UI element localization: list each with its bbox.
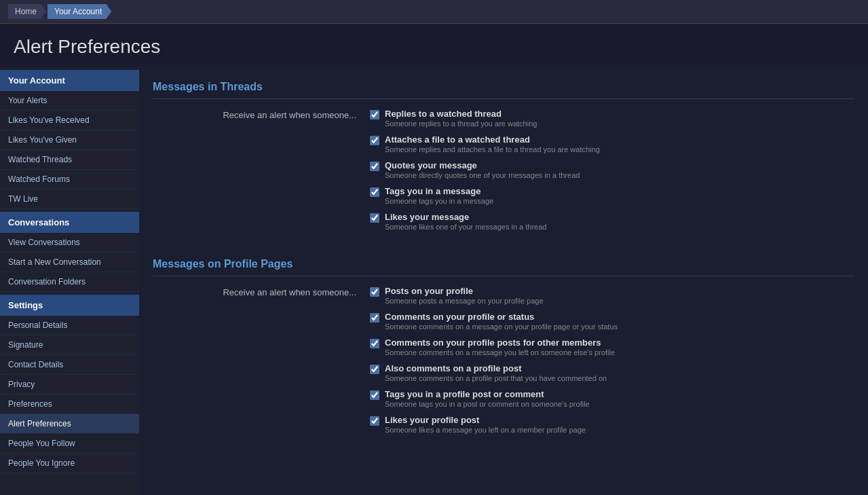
- page-title: Alert Preferences: [0, 24, 868, 67]
- sidebar-item-settings-6[interactable]: People You Follow: [0, 434, 139, 454]
- alert-option-desc-0-1: Someone replies and attaches a file to a…: [385, 145, 600, 153]
- alert-option-title-1-2: Comments on your profile posts for other…: [385, 337, 615, 348]
- alert-option-text-1-1: Comments on your profile or statusSomeon…: [385, 312, 618, 331]
- alert-option-1-4: Tags you in a profile post or commentSom…: [370, 389, 854, 408]
- alert-option-text-1-3: Also comments on a profile postSomeone c…: [385, 363, 607, 382]
- sidebar-section-header-0: Your Account: [0, 70, 139, 91]
- alert-checkbox-0-0[interactable]: [370, 110, 379, 120]
- alert-checkbox-1-3[interactable]: [370, 365, 379, 374]
- alert-checkbox-0-1[interactable]: [370, 136, 379, 145]
- section-wrapper-1: Messages on Profile PagesReceive an aler…: [153, 251, 854, 441]
- breadcrumb-home[interactable]: Home: [8, 4, 46, 19]
- alert-option-1-5: Likes your profile postSomeone likes a m…: [370, 415, 854, 434]
- alert-option-title-0-4: Likes your message: [385, 212, 546, 222]
- alert-option-text-1-5: Likes your profile postSomeone likes a m…: [385, 415, 586, 434]
- sidebar-item-your-account-5[interactable]: TW Live: [0, 189, 139, 209]
- sidebar-section-header-2: Settings: [0, 295, 139, 316]
- alert-option-1-1: Comments on your profile or statusSomeon…: [370, 312, 854, 331]
- alert-option-text-1-0: Posts on your profileSomeone posts a mes…: [385, 286, 544, 305]
- main-layout: Your AccountYour AlertsLikes You've Rece…: [0, 67, 868, 495]
- alert-option-text-1-2: Comments on your profile posts for other…: [385, 337, 615, 356]
- alert-option-desc-1-5: Someone likes a message you left on a me…: [385, 426, 586, 434]
- sidebar-section-header-1: Conversations: [0, 212, 139, 233]
- alert-option-title-1-0: Posts on your profile: [385, 286, 544, 296]
- alert-option-0-3: Tags you in a messageSomeone tags you in…: [370, 186, 854, 205]
- alert-option-text-0-1: Attaches a file to a watched threadSomeo…: [385, 134, 600, 153]
- alert-option-title-0-3: Tags you in a message: [385, 186, 493, 196]
- section-heading-0: Messages in Threads: [153, 74, 854, 99]
- alert-option-text-0-0: Replies to a watched threadSomeone repli…: [385, 109, 537, 128]
- alert-option-text-0-2: Quotes your messageSomeone directly quot…: [385, 160, 580, 179]
- alert-option-desc-0-3: Someone tags you in a message: [385, 197, 493, 205]
- sidebar-item-your-account-1[interactable]: Likes You've Received: [0, 111, 139, 130]
- alert-option-title-0-0: Replies to a watched thread: [385, 109, 537, 119]
- alert-options-1: Posts on your profileSomeone posts a mes…: [370, 286, 854, 441]
- alert-option-title-1-1: Comments on your profile or status: [385, 312, 618, 322]
- alert-option-0-0: Replies to a watched threadSomeone repli…: [370, 109, 854, 128]
- main-content: Messages in ThreadsReceive an alert when…: [139, 67, 868, 495]
- alert-checkbox-1-2[interactable]: [370, 339, 379, 348]
- sidebar-item-settings-4[interactable]: Preferences: [0, 395, 139, 414]
- sidebar-item-your-account-0[interactable]: Your Alerts: [0, 91, 139, 111]
- alert-option-text-0-4: Likes your messageSomeone likes one of y…: [385, 212, 546, 231]
- sidebar-item-settings-5[interactable]: Alert Preferences: [0, 414, 139, 434]
- section-heading-1: Messages on Profile Pages: [153, 251, 854, 276]
- alert-option-title-1-4: Tags you in a profile post or comment: [385, 389, 590, 399]
- sidebar-item-your-account-2[interactable]: Likes You've Given: [0, 130, 139, 150]
- receive-alert-label: Receive an alert when someone...: [153, 286, 370, 297]
- sidebar-item-settings-7[interactable]: People You Ignore: [0, 454, 139, 473]
- alert-checkbox-1-1[interactable]: [370, 313, 379, 323]
- sidebar-item-your-account-4[interactable]: Watched Forums: [0, 170, 139, 189]
- alert-checkbox-1-0[interactable]: [370, 287, 379, 297]
- alert-option-1-2: Comments on your profile posts for other…: [370, 337, 854, 356]
- sidebar-item-settings-3[interactable]: Privacy: [0, 375, 139, 395]
- alert-option-desc-0-0: Someone replies to a thread you are watc…: [385, 120, 537, 128]
- sidebar: Your AccountYour AlertsLikes You've Rece…: [0, 67, 139, 495]
- sidebar-item-conversations-1[interactable]: Start a New Conversation: [0, 253, 139, 272]
- alert-row-0: Receive an alert when someone...Replies …: [153, 109, 854, 238]
- alert-option-title-0-1: Attaches a file to a watched thread: [385, 134, 600, 145]
- alert-option-0-4: Likes your messageSomeone likes one of y…: [370, 212, 854, 231]
- alert-option-title-0-2: Quotes your message: [385, 160, 580, 170]
- alert-option-0-2: Quotes your messageSomeone directly quot…: [370, 160, 854, 179]
- alert-option-0-1: Attaches a file to a watched threadSomeo…: [370, 134, 854, 153]
- alert-option-text-1-4: Tags you in a profile post or commentSom…: [385, 389, 590, 408]
- sidebar-item-conversations-2[interactable]: Conversation Folders: [0, 272, 139, 292]
- alert-option-desc-1-2: Someone comments on a message you left o…: [385, 348, 615, 356]
- breadcrumb-bar: Home Your Account: [0, 0, 868, 24]
- sidebar-item-settings-1[interactable]: Signature: [0, 335, 139, 355]
- alert-checkbox-1-4[interactable]: [370, 390, 379, 400]
- sidebar-item-conversations-0[interactable]: View Conversations: [0, 233, 139, 253]
- alert-checkbox-0-4[interactable]: [370, 213, 379, 223]
- alert-option-desc-1-4: Someone tags you in a post or comment on…: [385, 400, 590, 408]
- alert-option-text-0-3: Tags you in a messageSomeone tags you in…: [385, 186, 493, 205]
- alert-checkbox-0-3[interactable]: [370, 187, 379, 197]
- alert-option-title-1-3: Also comments on a profile post: [385, 363, 607, 373]
- receive-alert-label: Receive an alert when someone...: [153, 109, 370, 120]
- alert-checkbox-1-5[interactable]: [370, 416, 379, 426]
- alert-option-desc-1-1: Someone comments on a message on your pr…: [385, 323, 618, 331]
- alert-option-desc-0-2: Someone directly quotes one of your mess…: [385, 171, 580, 179]
- section-wrapper-0: Messages in ThreadsReceive an alert when…: [153, 74, 854, 238]
- alert-option-1-0: Posts on your profileSomeone posts a mes…: [370, 286, 854, 305]
- alert-checkbox-0-2[interactable]: [370, 162, 379, 171]
- sidebar-item-settings-2[interactable]: Contact Details: [0, 355, 139, 375]
- sidebar-item-your-account-3[interactable]: Watched Threads: [0, 150, 139, 170]
- sidebar-item-settings-0[interactable]: Personal Details: [0, 316, 139, 335]
- alert-option-desc-1-3: Someone comments on a profile post that …: [385, 374, 607, 382]
- alert-row-1: Receive an alert when someone...Posts on…: [153, 286, 854, 441]
- alert-option-1-3: Also comments on a profile postSomeone c…: [370, 363, 854, 382]
- breadcrumb-your-account[interactable]: Your Account: [48, 4, 111, 19]
- alert-options-0: Replies to a watched threadSomeone repli…: [370, 109, 854, 238]
- alert-option-desc-0-4: Someone likes one of your messages in a …: [385, 223, 546, 231]
- alert-option-title-1-5: Likes your profile post: [385, 415, 586, 425]
- alert-option-desc-1-0: Someone posts a message on your profile …: [385, 297, 544, 305]
